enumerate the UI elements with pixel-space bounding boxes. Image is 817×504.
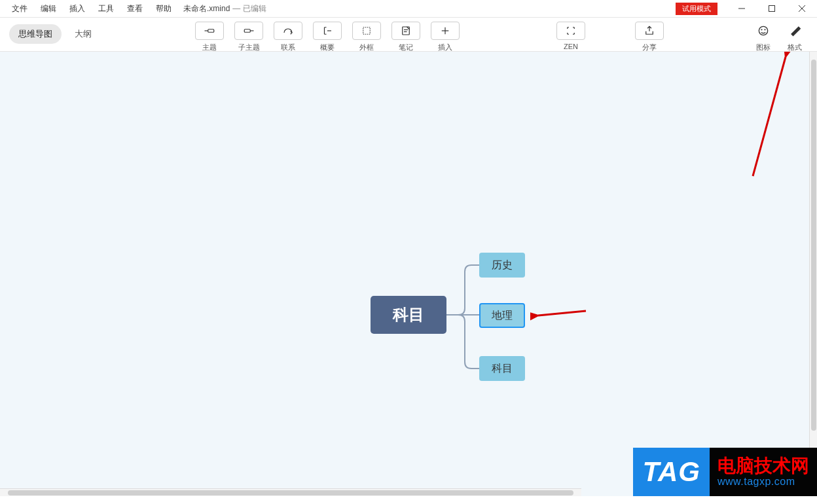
insert-button[interactable]: 插入: [428, 22, 462, 52]
mindmap-canvas[interactable]: 科目 历史 地理 科目 TAG 电脑技术网 www.tagxp.com: [0, 52, 817, 496]
toolbar: 思维导图 大纲 主题 子主题 联系 概要 外框 笔记 插入: [0, 18, 817, 52]
menu-file[interactable]: 文件: [5, 1, 34, 17]
svg-line-19: [538, 311, 586, 315]
window-minimize-button[interactable]: [727, 0, 757, 18]
share-button[interactable]: 分享: [632, 22, 666, 52]
zen-icon: [565, 25, 577, 37]
edit-tool-group: 主题 子主题 联系 概要 外框 笔记 插入: [107, 18, 462, 52]
note-label: 笔记: [399, 43, 413, 52]
mid-tool-group: ZEN 分享: [462, 18, 666, 52]
note-button[interactable]: 笔记: [389, 22, 423, 52]
watermark-right: 电脑技术网 www.tagxp.com: [710, 448, 817, 496]
plus-icon: [439, 25, 451, 37]
zen-button[interactable]: ZEN: [554, 22, 588, 52]
window-close-button[interactable]: [787, 0, 817, 18]
subtopic-geography-selected[interactable]: 地理: [479, 303, 525, 328]
subtopic-button[interactable]: 子主题: [232, 22, 266, 52]
subtopic-label: 子主题: [238, 43, 260, 52]
insert-label: 插入: [438, 43, 452, 52]
watermark-tag: TAG: [633, 448, 710, 496]
marker-button[interactable]: 图标: [750, 22, 776, 52]
subtopic-subject[interactable]: 科目: [479, 356, 525, 381]
topic-icon: [204, 25, 215, 37]
menu-help[interactable]: 帮助: [149, 1, 178, 17]
summary-icon: [321, 25, 333, 37]
title-bar: 文件 编辑 插入 工具 查看 帮助 未命名.xmind — 已编辑 试用模式: [0, 0, 817, 18]
tab-outline[interactable]: 大纲: [65, 24, 101, 44]
window-maximize-button[interactable]: [757, 0, 787, 18]
relation-icon: [282, 25, 294, 37]
relation-label: 联系: [281, 43, 295, 52]
format-icon: [788, 24, 801, 37]
topic-button[interactable]: 主题: [192, 22, 227, 52]
topic-label: 主题: [202, 43, 217, 52]
subtopic-icon: [243, 25, 255, 37]
share-label: 分享: [642, 43, 657, 52]
menu-bar: 文件 编辑 插入 工具 查看 帮助: [0, 1, 178, 17]
tab-mindmap[interactable]: 思维导图: [9, 24, 62, 44]
boundary-icon: [361, 25, 372, 37]
file-status: — 已编辑: [232, 3, 266, 14]
hscroll-thumb[interactable]: [8, 490, 573, 495]
share-icon: [644, 25, 655, 37]
summary-label: 概要: [320, 43, 335, 52]
view-tabs: 思维导图 大纲: [0, 18, 107, 44]
vscroll-thumb[interactable]: [811, 60, 816, 431]
svg-point-17: [765, 29, 765, 30]
close-icon: [799, 5, 805, 12]
red-arrow-to-format: [733, 52, 792, 183]
marker-label: 图标: [756, 43, 771, 52]
relation-button[interactable]: 联系: [271, 22, 305, 52]
summary-button[interactable]: 概要: [310, 22, 344, 52]
connectors: [0, 52, 817, 496]
right-tool-group: 图标 格式: [750, 18, 817, 52]
menu-edit[interactable]: 编辑: [34, 1, 63, 17]
file-name: 未命名.xmind: [183, 3, 230, 14]
boundary-label: 外框: [359, 43, 374, 52]
watermark: TAG 电脑技术网 www.tagxp.com: [633, 448, 817, 496]
subtopic-history[interactable]: 历史: [479, 253, 525, 278]
svg-point-16: [761, 29, 762, 30]
svg-line-21: [753, 57, 786, 176]
menu-view[interactable]: 查看: [120, 1, 149, 17]
smiley-icon: [757, 24, 770, 37]
vertical-scrollbar[interactable]: [809, 52, 817, 488]
menu-tools[interactable]: 工具: [92, 1, 120, 17]
horizontal-scrollbar[interactable]: [0, 488, 581, 496]
svg-point-15: [759, 26, 767, 35]
boundary-button[interactable]: 外框: [350, 22, 384, 52]
watermark-title: 电脑技术网: [717, 457, 809, 475]
trial-badge: 试用模式: [676, 3, 717, 15]
svg-rect-6: [244, 29, 250, 33]
svg-rect-9: [363, 27, 371, 35]
maximize-icon: [769, 5, 775, 12]
red-arrow-to-subtopic: [530, 304, 589, 324]
menu-insert[interactable]: 插入: [63, 1, 92, 17]
watermark-url: www.tagxp.com: [717, 476, 809, 488]
minimize-icon: [738, 5, 745, 12]
central-topic[interactable]: 科目: [371, 296, 446, 334]
svg-rect-1: [769, 6, 775, 12]
note-icon: [400, 25, 412, 37]
zen-label: ZEN: [564, 43, 578, 50]
format-button[interactable]: 格式: [782, 22, 808, 52]
format-label: 格式: [788, 43, 802, 52]
svg-rect-4: [208, 29, 214, 33]
